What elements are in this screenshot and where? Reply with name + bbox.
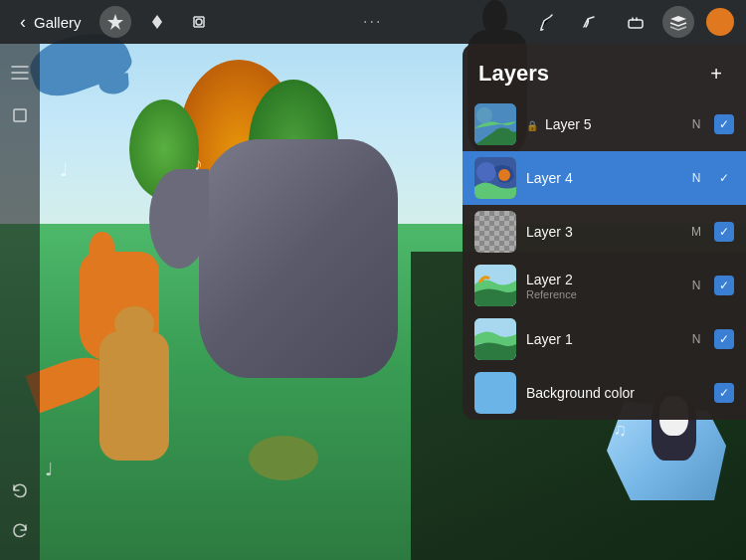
stylize-icon[interactable] [141, 6, 173, 38]
layer-1-visibility[interactable]: ✓ [714, 329, 734, 349]
add-layer-button[interactable]: + [702, 60, 730, 88]
turtle-animal [249, 436, 318, 480]
layer-1-blend: N [688, 332, 704, 346]
layer-3-blend: M [688, 225, 704, 239]
brush-icon[interactable] [531, 6, 563, 38]
layer-3-info: Layer 3 [526, 224, 688, 240]
layer-4-blend: N [688, 171, 704, 185]
smudge-icon[interactable] [575, 6, 607, 38]
layer-1-thumbnail [474, 318, 516, 360]
layer-2-blend: N [688, 279, 704, 292]
layer-1-info: Layer 1 [526, 331, 688, 347]
deer-animal [99, 331, 169, 461]
svg-point-6 [476, 162, 496, 182]
bg-color-thumbnail [474, 372, 516, 414]
bg-visibility[interactable]: ✓ [714, 383, 734, 403]
layer-item-4[interactable]: Layer 4 N ✓ [463, 151, 746, 205]
more-options-button[interactable]: ··· [363, 13, 382, 31]
svg-rect-2 [14, 109, 26, 121]
layer-item-2[interactable]: Layer 2 Reference N ✓ [463, 259, 746, 312]
layer-4-thumbnail [474, 157, 516, 199]
layer-3-name: Layer 3 [526, 224, 688, 240]
layer-5-blend: N [688, 117, 704, 131]
layer-2-info: Layer 2 Reference [526, 272, 688, 300]
layer-5-name: 🔒 Layer 5 [526, 116, 688, 132]
svg-rect-1 [629, 20, 643, 28]
modify-sidebar-tool[interactable] [6, 59, 34, 87]
layer-item-5[interactable]: 🔒 Layer 5 N ✓ [463, 97, 746, 151]
layers-icon[interactable] [662, 6, 694, 38]
layer-4-info: Layer 4 [526, 170, 688, 186]
selection-sidebar-tool[interactable] [6, 101, 34, 129]
gallery-button[interactable]: ‹ Gallery [12, 8, 90, 37]
layers-header: Layers + [463, 44, 746, 97]
color-swatch[interactable] [706, 8, 734, 36]
layer-1-name: Layer 1 [526, 331, 688, 347]
layers-title: Layers [478, 61, 549, 87]
toolbar-center: ··· [363, 13, 382, 31]
lock-icon-5: 🔒 [526, 120, 538, 131]
elephant-animal [199, 139, 398, 378]
toolbar: ‹ Gallery ··· [0, 0, 746, 44]
layer-5-thumbnail [474, 103, 516, 145]
layer-5-info: 🔒 Layer 5 [526, 116, 688, 132]
layer-2-sublabel: Reference [526, 288, 688, 300]
layer-item-3[interactable]: Layer 3 M ✓ [463, 205, 746, 259]
check-icon-3: ✓ [719, 226, 729, 238]
music-note-4: ♩ [45, 459, 53, 480]
check-icon-bg: ✓ [719, 387, 729, 399]
svg-point-4 [476, 107, 492, 123]
layer-2-visibility[interactable]: ✓ [714, 276, 734, 295]
toolbar-left: ‹ Gallery [12, 6, 215, 38]
left-sidebar [0, 44, 40, 560]
toolbar-right [531, 6, 734, 38]
layer-item-1[interactable]: Layer 1 N ✓ [463, 312, 746, 366]
redo-button[interactable] [6, 517, 34, 545]
check-icon-4: ✓ [719, 172, 729, 184]
back-icon: ‹ [20, 12, 26, 33]
check-icon-1: ✓ [719, 333, 729, 345]
layer-3-visibility[interactable]: ✓ [714, 222, 734, 242]
layer-3-thumbnail [474, 211, 516, 253]
bg-layer-name: Background color [526, 385, 688, 401]
erase-icon[interactable] [619, 6, 651, 38]
undo-button[interactable] [6, 477, 34, 505]
svg-point-7 [498, 169, 510, 181]
layer-4-name: Layer 4 [526, 170, 688, 186]
layer-2-name: Layer 2 [526, 272, 688, 287]
layer-4-visibility[interactable]: ✓ [714, 168, 734, 188]
music-note-2: ♪ [194, 154, 203, 175]
layer-2-thumbnail [474, 265, 516, 306]
layer-5-visibility[interactable]: ✓ [714, 114, 734, 134]
transform-icon[interactable] [183, 6, 215, 38]
music-note-3: ♫ [614, 420, 628, 441]
layer-item-bg[interactable]: Background color ✓ [463, 366, 746, 420]
check-icon-2: ✓ [719, 280, 729, 291]
music-note-1: ♩ [60, 159, 68, 181]
bg-layer-info: Background color [526, 385, 688, 401]
modify-icon[interactable] [99, 6, 131, 38]
check-icon-5: ✓ [719, 118, 729, 130]
gallery-label: Gallery [34, 14, 82, 31]
svg-point-0 [196, 19, 202, 25]
layers-panel: Layers + 🔒 Layer 5 N ✓ [463, 44, 746, 420]
